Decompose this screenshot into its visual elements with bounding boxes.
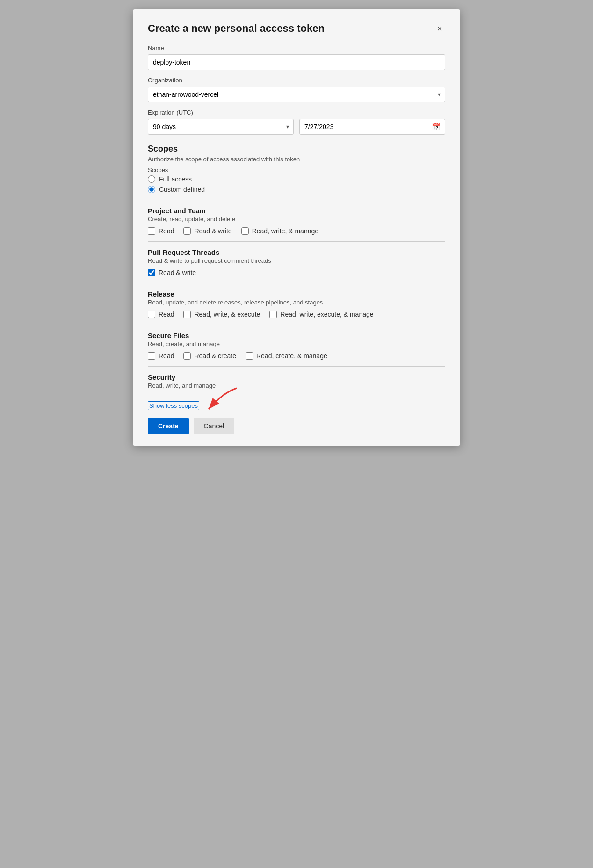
secure-files-read-label: Read bbox=[159, 352, 174, 360]
expiration-label: Expiration (UTC) bbox=[148, 109, 445, 116]
secure-files-readcreatemanage-checkbox[interactable] bbox=[246, 352, 253, 360]
release-readwriteexecutemanage-checkbox[interactable] bbox=[269, 311, 277, 318]
release-read-checkbox[interactable] bbox=[148, 311, 155, 318]
secure-files-read-checkbox[interactable] bbox=[148, 352, 155, 360]
full-access-label: Full access bbox=[159, 175, 192, 183]
pull-request-readwrite-checkbox[interactable] bbox=[148, 269, 155, 276]
divider-1 bbox=[148, 200, 445, 200]
secure-files-desc: Read, create, and manage bbox=[148, 340, 445, 347]
scope-section-project-team: Project and Team Create, read, update, a… bbox=[148, 207, 445, 235]
project-team-title: Project and Team bbox=[148, 207, 445, 215]
release-readwriteexecute-checkbox[interactable] bbox=[183, 311, 191, 318]
secure-files-readcreatemanage-label: Read, create, & manage bbox=[256, 352, 327, 360]
close-button[interactable]: × bbox=[434, 22, 445, 35]
org-select[interactable]: ethan-arrowood-vercel bbox=[148, 87, 445, 102]
release-read-item[interactable]: Read bbox=[148, 311, 174, 318]
secure-files-readcreate-checkbox[interactable] bbox=[183, 352, 191, 360]
project-team-read-label: Read bbox=[159, 227, 174, 235]
name-input[interactable] bbox=[148, 54, 445, 70]
modal-title: Create a new personal access token bbox=[148, 22, 325, 35]
secure-files-title: Secure Files bbox=[148, 332, 445, 340]
project-team-readwritemanage-checkbox[interactable] bbox=[241, 227, 249, 235]
release-title: Release bbox=[148, 290, 445, 298]
org-select-wrapper: ethan-arrowood-vercel ▾ bbox=[148, 87, 445, 102]
project-team-readwrite-checkbox[interactable] bbox=[183, 227, 191, 235]
project-team-readwritemanage-item[interactable]: Read, write, & manage bbox=[241, 227, 318, 235]
red-arrow-annotation bbox=[204, 383, 251, 421]
project-team-readwrite-label: Read & write bbox=[194, 227, 231, 235]
expiration-row: 30 days 60 days 90 days 180 days 1 year … bbox=[148, 119, 445, 135]
pull-request-title: Pull Request Threads bbox=[148, 248, 445, 256]
modal-header: Create a new personal access token × bbox=[148, 22, 445, 35]
security-desc: Read, write, and manage bbox=[148, 382, 445, 389]
project-team-read-checkbox[interactable] bbox=[148, 227, 155, 235]
divider-3 bbox=[148, 283, 445, 283]
scopes-title: Scopes bbox=[148, 144, 445, 154]
scopes-section: Scopes Authorize the scope of access ass… bbox=[148, 144, 445, 193]
scope-section-pull-request: Pull Request Threads Read & write to pul… bbox=[148, 248, 445, 276]
scope-section-secure-files: Secure Files Read, create, and manage Re… bbox=[148, 332, 445, 360]
secure-files-readcreatemanage-item[interactable]: Read, create, & manage bbox=[246, 352, 327, 360]
release-read-label: Read bbox=[159, 311, 174, 318]
show-less-scopes-link[interactable]: Show less scopes bbox=[148, 401, 199, 410]
scope-section-release: Release Read, update, and delete release… bbox=[148, 290, 445, 318]
date-input[interactable] bbox=[299, 119, 445, 135]
project-team-readwritemanage-label: Read, write, & manage bbox=[252, 227, 318, 235]
pull-request-readwrite-item[interactable]: Read & write bbox=[148, 269, 196, 276]
security-title: Security bbox=[148, 373, 445, 381]
secure-files-readcreate-item[interactable]: Read & create bbox=[183, 352, 236, 360]
secure-files-checkboxes: Read Read & create Read, create, & manag… bbox=[148, 352, 445, 360]
custom-defined-radio[interactable] bbox=[148, 186, 155, 193]
full-access-radio[interactable] bbox=[148, 175, 155, 183]
name-label: Name bbox=[148, 44, 445, 51]
release-readwriteexecute-label: Read, write, & execute bbox=[194, 311, 260, 318]
divider-4 bbox=[148, 325, 445, 325]
release-readwriteexecutemanage-label: Read, write, execute, & manage bbox=[280, 311, 373, 318]
cancel-button[interactable]: Cancel bbox=[194, 418, 235, 434]
pull-request-checkboxes: Read & write bbox=[148, 269, 445, 276]
divider-5 bbox=[148, 366, 445, 367]
release-desc: Read, update, and delete releases, relea… bbox=[148, 299, 445, 306]
pull-request-readwrite-label: Read & write bbox=[159, 269, 196, 276]
scopes-label: Scopes bbox=[148, 166, 445, 174]
release-readwriteexecutemanage-item[interactable]: Read, write, execute, & manage bbox=[269, 311, 373, 318]
project-team-read-item[interactable]: Read bbox=[148, 227, 174, 235]
project-team-checkboxes: Read Read & write Read, write, & manage bbox=[148, 227, 445, 235]
modal-container: Create a new personal access token × Nam… bbox=[133, 9, 460, 446]
create-button[interactable]: Create bbox=[148, 418, 189, 434]
secure-files-readcreate-label: Read & create bbox=[194, 352, 236, 360]
release-checkboxes: Read Read, write, & execute Read, write,… bbox=[148, 311, 445, 318]
footer-buttons: Create Cancel bbox=[148, 418, 445, 434]
pull-request-desc: Read & write to pull request comment thr… bbox=[148, 257, 445, 264]
date-input-wrapper: 📅 bbox=[299, 119, 445, 135]
project-team-readwrite-item[interactable]: Read & write bbox=[183, 227, 231, 235]
show-less-container: Show less scopes bbox=[148, 398, 199, 410]
release-readwriteexecute-item[interactable]: Read, write, & execute bbox=[183, 311, 260, 318]
expiration-select[interactable]: 30 days 60 days 90 days 180 days 1 year … bbox=[148, 119, 294, 135]
scopes-subtitle: Authorize the scope of access associated… bbox=[148, 156, 445, 163]
expiration-select-wrapper: 30 days 60 days 90 days 180 days 1 year … bbox=[148, 119, 294, 135]
custom-defined-radio-item[interactable]: Custom defined bbox=[148, 186, 445, 193]
divider-2 bbox=[148, 241, 445, 242]
scopes-radio-group: Full access Custom defined bbox=[148, 175, 445, 193]
scope-section-security: Security Read, write, and manage bbox=[148, 373, 445, 389]
secure-files-read-item[interactable]: Read bbox=[148, 352, 174, 360]
org-label: Organization bbox=[148, 77, 445, 84]
project-team-desc: Create, read, update, and delete bbox=[148, 216, 445, 223]
full-access-radio-item[interactable]: Full access bbox=[148, 175, 445, 183]
custom-defined-label: Custom defined bbox=[159, 186, 205, 193]
